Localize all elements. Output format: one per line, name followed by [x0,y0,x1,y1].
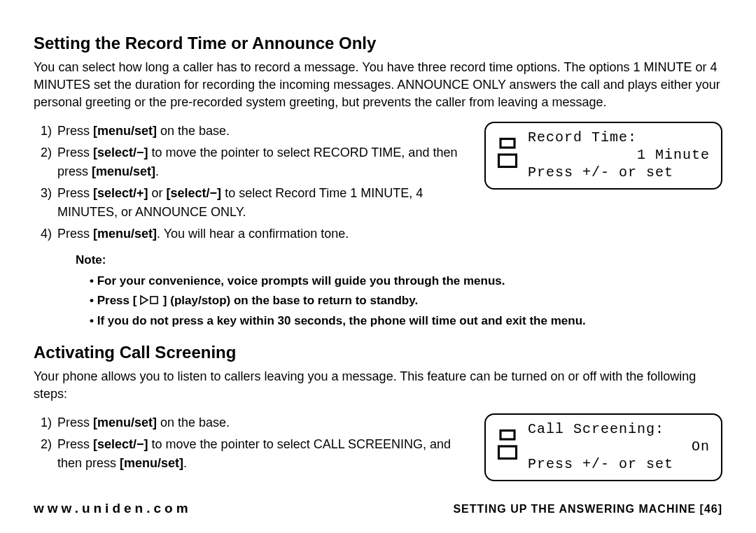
key-select-minus: [select/−] [93,437,148,451]
step-number: 2) [34,435,52,454]
heading-record-time: Setting the Record Time or Announce Only [34,34,722,53]
svg-rect-0 [500,138,514,148]
note-bullet-2: Press [ ] (play/stop) on the base to ret… [90,291,722,311]
svg-marker-2 [141,296,148,304]
lcd-text: Call Screening: On Press +/- or set [528,420,710,473]
key-menuset: [menu/set] [120,456,183,470]
lcd-text: Record Time: 1 Minute Press +/- or set [528,129,710,181]
key-select-plus: [select/+] [93,186,148,200]
step-text: Press [57,227,93,241]
heading-call-screening: Activating Call Screening [34,343,722,362]
key-select-minus: [select/−] [167,186,222,200]
play-stop-icon [140,292,160,312]
svg-rect-5 [499,446,517,459]
footer: www.uniden.com SETTING UP THE ANSWERING … [34,501,722,516]
key-select-minus: [select/−] [93,145,148,159]
step-1: 1) Press [menu/set] on the base. [53,122,470,141]
step-text: Press [57,437,93,451]
step-3: 3) Press [select/+] or [select/−] to sel… [53,184,470,222]
answering-machine-icon [497,429,518,464]
steps-call-screening: 1) Press [menu/set] on the base. 2) Pres… [34,413,470,476]
step-text: . [155,164,159,178]
lcd-call-screening: Call Screening: On Press +/- or set [484,413,722,481]
step-text: Press [57,145,93,159]
lcd-line-1: Call Screening: [528,420,710,438]
key-menuset: [menu/set] [93,415,157,429]
intro-call-screening: Your phone allows you to listen to calle… [34,368,722,403]
note-text: ] (play/stop) on the base to return to s… [160,294,418,307]
key-menuset: [menu/set] [92,164,155,178]
lcd-line-2: 1 Minute [528,146,710,164]
answering-machine-icon [497,137,518,173]
svg-rect-1 [499,155,517,167]
step-text: . You will hear a confirmation tone. [157,227,349,241]
step-1: 1) Press [menu/set] on the base. [53,413,470,432]
intro-record-time: You can select how long a caller has to … [34,59,722,112]
step-text: . [183,456,187,470]
step-text: Press [57,415,93,429]
note-label: Note: [76,253,722,267]
step-2: 2) Press [select/−] to move the pointer … [53,143,470,181]
footer-section-title: SETTING UP THE ANSWERING MACHINE [46] [453,503,722,516]
step-text: on the base. [157,415,230,429]
lcd-line-1: Record Time: [528,129,710,146]
step-2: 2) Press [select/−] to move the pointer … [53,435,470,473]
step-text: on the base. [157,124,230,138]
footer-url: www.uniden.com [34,501,192,516]
step-number: 2) [34,143,52,162]
lcd-line-2: On [528,438,710,455]
note-text: Press [ [97,294,140,307]
svg-rect-3 [150,297,158,304]
step-number: 1) [34,122,52,141]
key-menuset: [menu/set] [93,227,157,241]
step-text: Press [57,124,93,138]
key-menuset: [menu/set] [93,124,157,138]
step-text: Press [57,186,93,200]
lcd-record-time: Record Time: 1 Minute Press +/- or set [484,122,722,190]
call-screening-steps-row: 1) Press [menu/set] on the base. 2) Pres… [34,413,722,481]
step-4: 4) Press [menu/set]. You will hear a con… [53,225,470,243]
lcd-line-3: Press +/- or set [528,164,710,181]
note-block: Note: For your convenience, voice prompt… [34,253,722,332]
note-bullet-1: For your convenience, voice prompts will… [90,271,722,292]
step-text: or [148,186,167,200]
step-number: 4) [34,225,52,243]
step-number: 3) [34,184,52,203]
note-bullet-3: If you do not press a key within 30 seco… [90,311,722,332]
note-bullets: For your convenience, voice prompts will… [76,271,722,332]
step-number: 1) [34,413,52,432]
svg-rect-4 [500,430,514,439]
lcd-line-3: Press +/- or set [528,455,710,473]
steps-record-time: 1) Press [menu/set] on the base. 2) Pres… [34,122,470,246]
record-time-steps-row: 1) Press [menu/set] on the base. 2) Pres… [34,122,722,246]
